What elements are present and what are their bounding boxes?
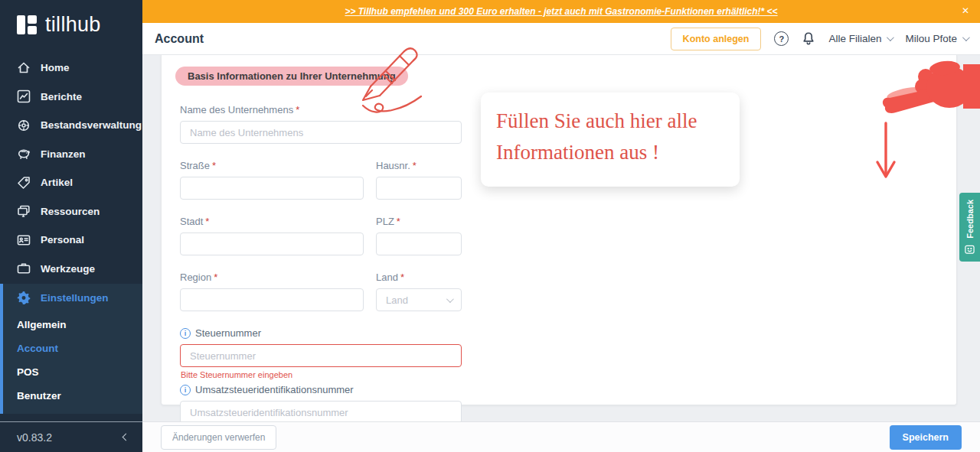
chevron-down-icon: [446, 295, 454, 303]
feedback-tab-label: Feedback: [965, 200, 975, 239]
sidebar-item-label: Berichte: [41, 91, 82, 102]
required-marker: *: [212, 160, 216, 171]
zip-input[interactable]: [376, 233, 462, 255]
required-marker: *: [413, 160, 416, 171]
sidebar-settings-group: Einstellungen Allgemein Account POS Benu…: [0, 284, 142, 414]
account-form: Name des Unternehmens* Straße* Hausnr.*: [162, 104, 462, 424]
chart-icon: [17, 89, 31, 103]
sidebar-nav: Home Berichte Bestandsverwaltung Finanze…: [0, 54, 142, 414]
sidebar-subitem-account[interactable]: Account: [3, 337, 142, 360]
footer-bar: Änderungen verwerfen Speichern: [142, 421, 980, 452]
gear-icon: [17, 291, 31, 304]
tillhub-logo-icon: [17, 15, 38, 35]
sidebar-item-ressourcen[interactable]: Ressourcen: [0, 197, 142, 226]
zip-label: PLZ*: [376, 216, 462, 227]
id-badge-icon: [17, 233, 31, 247]
annotation-note-card: Füllen Sie auch hier alle Informationen …: [481, 93, 740, 187]
sidebar-item-bestandsverwaltung[interactable]: Bestandsverwaltung: [0, 111, 142, 140]
city-label: Stadt*: [180, 216, 364, 227]
sidebar-item-label: Bestandsverwaltung: [41, 119, 142, 131]
country-label: Land*: [376, 272, 462, 283]
down-arrow-icon: [874, 121, 897, 182]
version-label: v0.83.2: [17, 431, 52, 444]
sidebar-item-home[interactable]: Home: [0, 54, 142, 83]
city-input[interactable]: [180, 233, 364, 255]
page-title: Account: [155, 32, 204, 46]
house-number-input[interactable]: [376, 177, 462, 200]
user-menu-label: Milou Pfote: [905, 33, 957, 44]
help-icon[interactable]: ?: [774, 31, 789, 46]
screens-icon: [17, 204, 31, 218]
tillhub-logo-text: tillhub: [45, 13, 101, 37]
header-bar: Account Konto anlegen ? Alle Filialen Mi…: [142, 23, 980, 55]
branch-selector-label: Alle Filialen: [828, 33, 881, 44]
required-marker: *: [296, 104, 299, 115]
promo-banner-link[interactable]: >> Tillhub empfehlen und 300 Euro erhalt…: [345, 6, 777, 17]
sidebar-item-label: Einstellungen: [41, 292, 109, 304]
sidebar-item-label: Werkzeuge: [41, 263, 95, 275]
sidebar-item-artikel[interactable]: Artikel: [0, 168, 142, 197]
header-actions: Konto anlegen ? Alle Filialen Milou Pfot…: [671, 28, 968, 50]
required-marker: *: [205, 216, 209, 227]
sidebar-item-finanzen[interactable]: Finanzen: [0, 140, 142, 169]
sidebar-item-label: Finanzen: [41, 148, 86, 160]
tillhub-logo[interactable]: tillhub: [0, 0, 142, 37]
sidebar-subitem-pos[interactable]: POS: [3, 360, 142, 384]
pointing-hand-icon: [879, 58, 980, 122]
sidebar: tillhub Home Berichte Bestandsverwaltung…: [0, 0, 142, 452]
inventory-icon: [17, 119, 31, 132]
country-select[interactable]: Land: [376, 288, 462, 311]
bell-icon[interactable]: [802, 31, 815, 46]
company-name-input[interactable]: [180, 121, 462, 144]
vat-id-input[interactable]: [180, 401, 462, 424]
annotation-note-line1: Füllen Sie auch hier alle: [496, 106, 724, 137]
smiley-icon: [965, 245, 975, 255]
tax-number-input[interactable]: [180, 344, 462, 367]
annotation-note-line2: Informationen aus !: [496, 137, 724, 168]
sidebar-subitem-allgemein[interactable]: Allgemein: [3, 313, 142, 337]
info-icon[interactable]: i: [180, 328, 191, 339]
street-label: Straße*: [180, 160, 364, 171]
close-icon[interactable]: ✕: [962, 5, 969, 16]
required-marker: *: [214, 272, 217, 283]
region-input[interactable]: [180, 288, 364, 311]
konto-anlegen-button[interactable]: Konto anlegen: [671, 28, 762, 50]
piggy-bank-icon: [17, 147, 31, 161]
sidebar-item-label: Ressourcen: [41, 206, 100, 217]
chevron-down-icon: [962, 34, 970, 41]
sidebar-item-werkzeuge[interactable]: Werkzeuge: [0, 255, 142, 284]
required-marker: *: [400, 272, 404, 283]
sidebar-version-bar: v0.83.2: [0, 421, 142, 452]
sidebar-item-label: Home: [41, 62, 70, 73]
info-icon[interactable]: i: [180, 385, 191, 395]
home-icon: [17, 61, 31, 75]
country-select-placeholder: Land: [386, 294, 408, 306]
sidebar-item-personal[interactable]: Personal: [0, 226, 142, 255]
sidebar-item-label: Personal: [41, 234, 84, 246]
house-number-label: Hausnr.*: [376, 160, 462, 171]
briefcase-icon: [17, 262, 31, 275]
pencil-doodle-icon: [354, 43, 436, 116]
feedback-tab[interactable]: Feedback: [959, 193, 980, 262]
tax-number-label: i Steuernummer: [180, 327, 462, 339]
branch-selector[interactable]: Alle Filialen: [828, 33, 892, 44]
tag-icon: [17, 176, 31, 190]
save-button[interactable]: Speichern: [890, 425, 962, 450]
required-marker: *: [397, 216, 400, 227]
sidebar-subitem-benutzer[interactable]: Benutzer: [3, 384, 142, 408]
user-menu[interactable]: Milou Pfote: [905, 33, 968, 44]
collapse-sidebar-icon[interactable]: [122, 434, 130, 441]
sidebar-item-einstellungen[interactable]: Einstellungen: [3, 284, 142, 313]
region-label: Region*: [180, 272, 364, 283]
tax-number-error: Bitte Steuernummer eingeben: [181, 370, 462, 379]
street-input[interactable]: [180, 177, 364, 200]
discard-changes-button[interactable]: Änderungen verwerfen: [161, 425, 276, 450]
vat-id-label: i Umsatzsteueridentifikationsnummer: [180, 384, 462, 395]
sidebar-item-label: Artikel: [41, 177, 73, 188]
promo-banner: >> Tillhub empfehlen und 300 Euro erhalt…: [142, 0, 980, 23]
sidebar-item-berichte[interactable]: Berichte: [0, 83, 142, 112]
chevron-down-icon: [887, 34, 894, 41]
